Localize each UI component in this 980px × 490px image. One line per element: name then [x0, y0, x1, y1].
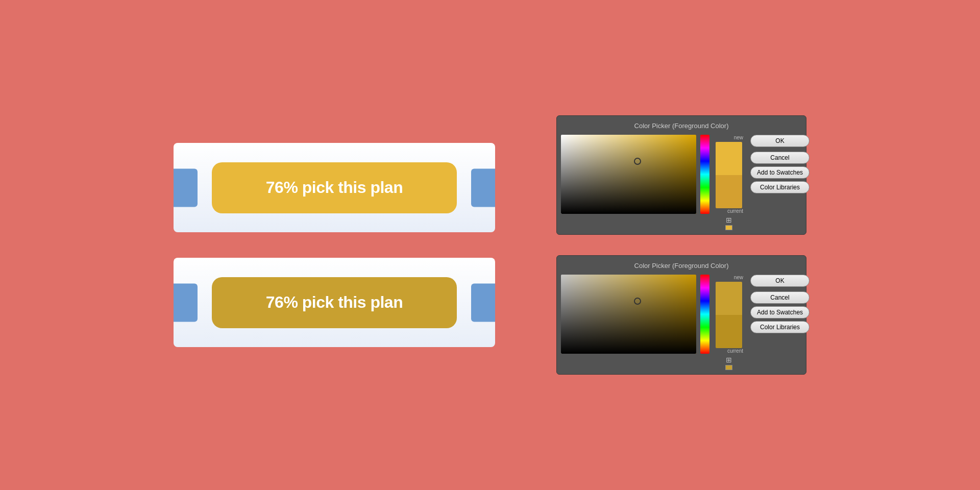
color-swatch-small-top	[725, 225, 732, 230]
color-cursor-top	[634, 158, 641, 165]
preview-new-label-bottom: new	[734, 275, 744, 280]
main-container: 76% pick this plan 76% pick this plan Co…	[174, 115, 806, 375]
dialog-title-bottom: Color Picker (Foreground Color)	[561, 260, 802, 275]
pickers-column: Color Picker (Foreground Color) new curr…	[556, 115, 806, 375]
preview-new-label-top: new	[734, 135, 744, 140]
preview-icon-area-top: ⊞	[725, 216, 732, 230]
banner-side-tab-right-top	[471, 168, 495, 207]
preview-current-label-top: current	[727, 208, 744, 214]
color-field-bottom[interactable]	[561, 275, 696, 354]
web-colors-icon-top: ⊞	[726, 216, 732, 224]
preview-new-color-top	[716, 142, 742, 175]
color-libraries-button-bottom[interactable]: Color Libraries	[750, 321, 810, 333]
color-field-top[interactable]	[561, 135, 696, 214]
dialog-body-bottom: new current ⊞ OK Cancel Add to Swatches …	[561, 275, 802, 370]
preview-current-color-bottom	[716, 315, 742, 348]
banners-column: 76% pick this plan 76% pick this plan	[174, 143, 495, 347]
cancel-button-bottom[interactable]: Cancel	[750, 291, 810, 304]
preview-current-color-top	[716, 175, 742, 208]
preview-new-color-bottom	[716, 282, 742, 315]
banner-text-top: 76% pick this plan	[266, 178, 403, 197]
dialog-body-top: new current ⊞ OK Cancel Add to Swatches …	[561, 135, 802, 230]
dialog-buttons-top: OK Cancel Add to Swatches Color Librarie…	[750, 135, 810, 193]
banner-side-tab-right-bottom	[471, 283, 495, 322]
color-libraries-button-top[interactable]: Color Libraries	[750, 181, 810, 193]
hue-slider-top[interactable]	[700, 135, 709, 214]
color-gradient-top	[561, 135, 696, 214]
banner-pill-bottom: 76% pick this plan	[212, 277, 457, 328]
preview-current-label-bottom: current	[727, 348, 744, 354]
add-to-swatches-button-bottom[interactable]: Add to Swatches	[750, 306, 810, 318]
ok-button-top[interactable]: OK	[750, 135, 810, 147]
banner-card-top: 76% pick this plan	[174, 143, 495, 232]
cancel-button-top[interactable]: Cancel	[750, 152, 810, 164]
dialog-buttons-bottom: OK Cancel Add to Swatches Color Librarie…	[750, 275, 810, 333]
color-cursor-bottom	[634, 298, 641, 305]
add-to-swatches-button-top[interactable]: Add to Swatches	[750, 166, 810, 179]
banner-side-tab-left-top	[174, 168, 198, 207]
banner-side-tab-left-bottom	[174, 283, 198, 322]
banner-pill-top: 76% pick this plan	[212, 162, 457, 213]
banner-card-bottom: 76% pick this plan	[174, 258, 495, 347]
web-colors-icon-bottom: ⊞	[726, 356, 732, 364]
color-preview-area-bottom: new current ⊞	[714, 275, 744, 370]
hue-slider-bottom[interactable]	[700, 275, 709, 354]
ok-button-bottom[interactable]: OK	[750, 275, 810, 287]
color-swatch-small-bottom	[725, 365, 732, 370]
color-picker-dialog-top: Color Picker (Foreground Color) new curr…	[556, 115, 806, 235]
dialog-title-top: Color Picker (Foreground Color)	[561, 120, 802, 135]
color-preview-area-top: new current ⊞	[714, 135, 744, 230]
banner-text-bottom: 76% pick this plan	[266, 293, 403, 312]
color-gradient-bottom	[561, 275, 696, 354]
color-picker-dialog-bottom: Color Picker (Foreground Color) new curr…	[556, 255, 806, 375]
preview-icon-area-bottom: ⊞	[725, 356, 732, 370]
